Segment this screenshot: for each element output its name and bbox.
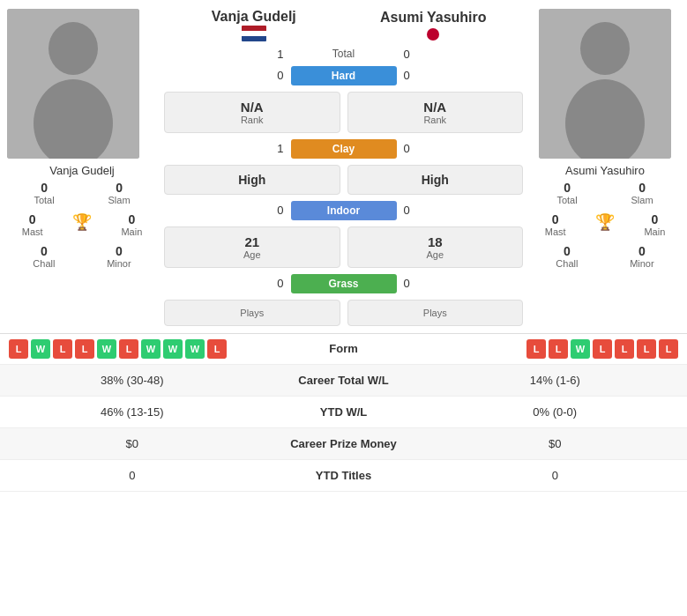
player2-age-box: 18 Age — [347, 226, 524, 268]
player1-skill-value: High — [172, 173, 332, 187]
player2-total-value: 0 — [564, 181, 571, 195]
player1-form: LWLLWLWWWL — [9, 339, 291, 359]
player1-stats-row2: 0 Mast 🏆 0 Main — [7, 209, 157, 241]
player2-header-name-text: Asumi Yasuhiro — [380, 10, 487, 25]
player1-age-label: Age — [172, 249, 332, 260]
p2-total-score: 0 — [397, 48, 524, 61]
form-row: LWLLWLWWWL Form LLWLLLL — [0, 333, 687, 365]
p2-clay-score: 0 — [397, 142, 524, 155]
player1-minor-label: Minor — [107, 258, 131, 269]
player2-stats-row2: 0 Mast 🏆 0 Main — [530, 209, 680, 241]
hard-surface-row: 0 Hard 0 — [164, 63, 523, 88]
p1-total-score: 1 — [164, 48, 291, 61]
player1-total-label: Total — [34, 195, 54, 205]
stats-row-1-label: YTD W/L — [256, 405, 432, 419]
center-area: Vanja Gudelj Asumi Yasuhiro 1 T — [161, 9, 526, 330]
player1-age-value: 21 — [172, 234, 332, 249]
p1-hard-score: 0 — [164, 69, 291, 82]
player1-rank-value: N/A — [172, 100, 332, 115]
player1-minor-item: 0 Minor — [107, 244, 131, 269]
grass-surface-row: 0 Grass 0 — [164, 271, 523, 296]
player2-main-value: 0 — [651, 212, 658, 226]
stats-row-3-p1: 0 — [9, 469, 256, 482]
player1-main-label: Main — [121, 226, 142, 237]
player1-slam-item: 0 Slam — [108, 181, 131, 205]
player1-header-name-text: Vanja Gudelj — [212, 9, 296, 24]
form-badge-l: L — [659, 339, 678, 359]
player1-slam-value: 0 — [116, 181, 123, 195]
stats-row-2: $0Career Prize Money$0 — [0, 428, 687, 460]
form-badge-w: W — [97, 339, 116, 359]
player2-name: Asumi Yasuhiro — [565, 164, 645, 177]
player2-rank-label: Rank — [355, 115, 516, 125]
main-content: Vanja Gudelj 0 Total 0 Slam 0 Mast 🏆 — [0, 0, 687, 492]
player1-slam-label: Slam — [108, 195, 131, 205]
player2-flag-jp — [427, 28, 439, 41]
form-badge-l: L — [549, 339, 568, 359]
player1-chall-item: 0 Chall — [33, 244, 55, 269]
player1-flag-nl — [242, 26, 266, 41]
form-badge-l: L — [637, 339, 656, 359]
age-row: 21 Age 18 Age — [164, 226, 523, 268]
form-badge-l: L — [207, 339, 227, 359]
player2-slam-label: Slam — [631, 195, 653, 205]
player2-main-item: 0 Main — [644, 212, 665, 237]
stats-row-3-label: YTD Titles — [256, 469, 432, 482]
player1-total-value: 0 — [41, 181, 48, 195]
stats-table: 38% (30-48)Career Total W/L14% (1-6)46% … — [0, 365, 687, 492]
indoor-badge: Indoor — [291, 201, 397, 220]
p2-hard-score: 0 — [397, 69, 524, 82]
form-badge-w: W — [163, 339, 183, 359]
rank-skill-row: N/A Rank N/A Rank — [164, 92, 523, 133]
player1-trophy-icon: 🏆 — [72, 212, 92, 237]
p2-grass-score: 0 — [397, 277, 524, 290]
p1-clay-score: 1 — [164, 142, 291, 155]
p1-indoor-score: 0 — [164, 204, 291, 217]
player2-header-name: Asumi Yasuhiro — [344, 10, 524, 41]
stats-row-3: 0YTD Titles0 — [0, 460, 687, 492]
player2-skill-value: High — [355, 173, 516, 187]
player2-mast-label: Mast — [545, 226, 566, 237]
player1-mast-value: 0 — [29, 212, 36, 226]
stats-row-0-p2: 14% (1-6) — [432, 374, 679, 387]
player1-rank-label: Rank — [172, 115, 332, 125]
stats-row-2-p2: $0 — [432, 437, 679, 450]
player1-header-name: Vanja Gudelj — [164, 9, 344, 41]
stats-row-1: 46% (13-15)YTD W/L0% (0-0) — [0, 397, 687, 428]
form-badge-w: W — [571, 339, 590, 359]
players-comparison: Vanja Gudelj 0 Total 0 Slam 0 Mast 🏆 — [0, 0, 687, 333]
player2-trophy-icon: 🏆 — [595, 212, 615, 237]
player2-chall-label: Chall — [556, 258, 578, 269]
form-badge-l: L — [593, 339, 612, 359]
player1-skill-box: High — [164, 165, 340, 195]
player1-stats-row1: 0 Total 0 Slam — [7, 177, 157, 209]
player1-photo — [7, 9, 139, 159]
stats-row-3-p2: 0 — [432, 469, 679, 482]
svg-point-4 — [580, 22, 630, 75]
player2-chall-value: 0 — [564, 244, 571, 258]
clay-badge: Clay — [291, 139, 397, 159]
player2-age-label: Age — [355, 249, 516, 260]
plays-row: Plays Plays — [164, 300, 523, 326]
stats-row-1-p2: 0% (0-0) — [432, 405, 679, 419]
hard-badge: Hard — [291, 66, 397, 85]
total-surface-row: 1 Total 0 — [164, 45, 523, 63]
player1-plays-label: Plays — [172, 308, 332, 318]
form-badge-l: L — [526, 339, 546, 359]
player1-card: Vanja Gudelj 0 Total 0 Slam 0 Mast 🏆 — [7, 9, 157, 330]
stats-row-0: 38% (30-48)Career Total W/L14% (1-6) — [0, 365, 687, 397]
player2-main-label: Main — [644, 226, 665, 237]
player2-stats-row1: 0 Total 0 Slam — [530, 177, 680, 209]
flag-nl-blue — [242, 36, 266, 41]
header-names-row: Vanja Gudelj Asumi Yasuhiro — [164, 9, 523, 45]
form-badge-w: W — [185, 339, 205, 359]
player2-card: Asumi Yasuhiro 0 Total 0 Slam 0 Mast 🏆 — [530, 9, 680, 330]
player2-total-item: 0 Total — [556, 181, 577, 205]
form-label: Form — [291, 342, 397, 355]
player2-minor-item: 0 Minor — [630, 244, 654, 269]
player2-skill-box: High — [347, 165, 524, 195]
form-badge-l: L — [119, 339, 138, 359]
player2-form: LLWLLLL — [397, 339, 679, 359]
player1-minor-value: 0 — [116, 244, 123, 258]
svg-point-1 — [49, 22, 98, 75]
